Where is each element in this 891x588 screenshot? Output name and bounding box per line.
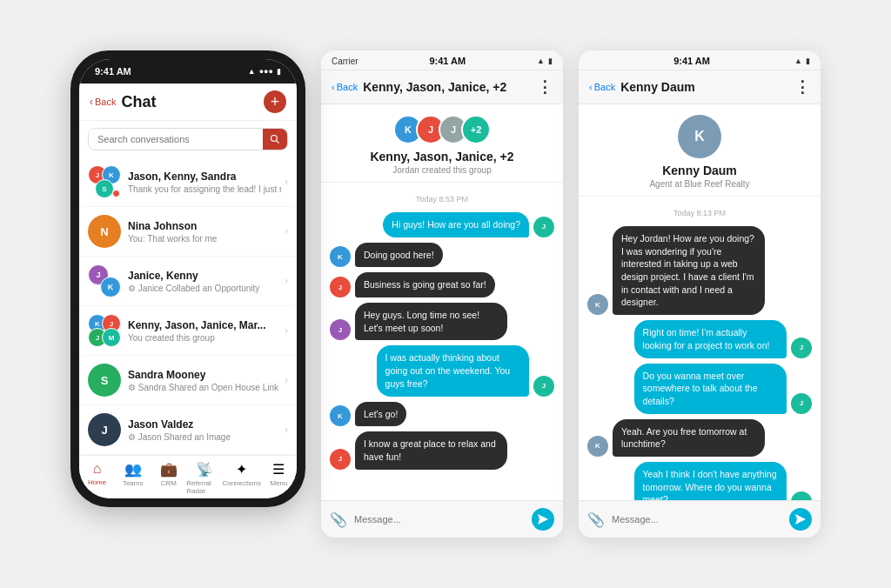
svg-line-1: [277, 141, 279, 144]
phone-notch: 9:41 AM ▲ ●●● ▮: [79, 59, 297, 84]
message-input-bar: 📎: [321, 500, 563, 538]
message-input[interactable]: [354, 514, 525, 525]
online-indicator: [112, 190, 120, 197]
avatar: J K S: [88, 165, 121, 198]
list-item[interactable]: K J J M Kenny, Jason, Janice, Mar... You…: [79, 306, 297, 356]
battery-icon: ▮: [548, 57, 553, 65]
battery-area: ▲ ▮: [537, 57, 553, 65]
conversation-content: Janice, Kenny ⚙ Janice Collabed an Oppor…: [128, 270, 281, 293]
back-label: Back: [594, 82, 615, 92]
nav-home[interactable]: ⌂ Home: [79, 461, 115, 495]
avatar: S: [88, 364, 121, 397]
nav-label: Connections: [222, 479, 260, 487]
conversation-content: Kenny, Jason, Janice, Mar... You created…: [128, 319, 281, 343]
messages-area: Today 8:13 PM K Hey Jordan! How are you …: [579, 197, 821, 500]
avatar-part: M: [102, 328, 121, 347]
send-button[interactable]: [789, 508, 812, 531]
message-input[interactable]: [612, 514, 782, 525]
message-avatar: K: [587, 436, 608, 457]
status-bar: 9:41 AM ▲ ▮: [579, 50, 821, 70]
chevron-right-icon: ›: [285, 374, 288, 386]
nav-crm[interactable]: 💼 CRM: [151, 461, 186, 495]
menu-icon: ☰: [272, 461, 285, 478]
chat-header: ‹ Back Kenny, Jason, Janice, +2 ⋮: [321, 70, 563, 104]
nav-label: Menu: [270, 479, 287, 487]
add-button[interactable]: +: [264, 90, 286, 113]
person-info: K Kenny Daum Agent at Blue Reef Realty: [579, 104, 821, 197]
avatar: N: [88, 215, 121, 248]
message-bubble: Right on time! I'm actually looking for …: [634, 320, 787, 357]
avatar: J K: [88, 264, 121, 297]
screen-time: 9:41 AM: [673, 56, 710, 66]
back-label: Back: [95, 97, 116, 107]
nav-menu[interactable]: ☰ Menu: [261, 461, 297, 495]
list-item[interactable]: J Jason Valdez ⚙ Jason Shared an Image ›: [79, 405, 297, 455]
message-bubble: Hey Jordan! How are you doing? I was won…: [613, 226, 765, 315]
list-item[interactable]: J K Janice, Kenny ⚙ Janice Collabed an O…: [79, 257, 297, 306]
chevron-right-icon: ›: [285, 225, 288, 237]
send-button[interactable]: [532, 508, 554, 531]
back-button[interactable]: ‹ Back: [332, 82, 358, 92]
conversation-preview: ⚙ Sandra Shared an Open House Link: [128, 383, 281, 392]
attach-icon[interactable]: 📎: [330, 511, 347, 528]
message-avatar: K: [330, 246, 351, 267]
back-button[interactable]: ‹ Back: [589, 82, 615, 92]
attach-icon[interactable]: 📎: [587, 511, 605, 528]
avatar-part: S: [95, 179, 114, 198]
screen-group-chat: Carrier 9:41 AM ▲ ▮ ‹ Back Kenny, Jason,…: [321, 50, 563, 538]
message-bubble: Let's go!: [355, 402, 406, 427]
message-bubble: Do you wanna meet over somewhere to talk…: [634, 364, 787, 414]
message-avatar: K: [330, 405, 351, 426]
chevron-right-icon: ›: [285, 324, 288, 337]
svg-point-0: [271, 136, 278, 142]
nav-label: CRM: [161, 479, 177, 487]
back-chevron-icon: ‹: [589, 82, 593, 92]
message-bubble: Yeah I think I don't have anything tomor…: [634, 462, 787, 500]
search-button[interactable]: [263, 129, 287, 150]
messages-area: Today 8:53 PM Hi guys! How are you all d…: [321, 183, 563, 500]
message-row: J I know a great place to relax and have…: [330, 431, 554, 469]
wifi-icon: ▲: [248, 67, 256, 76]
chat-title: Kenny Daum: [620, 80, 695, 94]
message-bubble: I was actually thinking about going out …: [377, 345, 529, 396]
message-row: J Business is going great so far!: [330, 272, 554, 297]
nav-teams[interactable]: 👥 Teams: [115, 461, 151, 495]
header-left: ‹ Back Chat: [90, 93, 156, 111]
list-item[interactable]: S Sandra Mooney ⚙ Sandra Shared an Open …: [79, 356, 297, 405]
screen-kenny-daum: 9:41 AM ▲ ▮ ‹ Back Kenny Daum ⋮ K Kenny …: [579, 50, 821, 538]
group-name: Kenny, Jason, Janice, +2: [370, 150, 513, 164]
back-button[interactable]: ‹ Back: [90, 96, 116, 108]
avatar: K J J M: [88, 314, 121, 347]
message-avatar: J: [330, 277, 351, 297]
message-avatar: J: [533, 217, 554, 237]
phone-1: 9:41 AM ▲ ●●● ▮ ‹ Back Chat +: [70, 50, 305, 507]
list-item[interactable]: N Nina Johnson You: That works for me ›: [79, 207, 297, 257]
chat-header: ‹ Back Kenny Daum ⋮: [579, 70, 821, 104]
conversation-preview: You: That works for me: [128, 234, 281, 244]
day-label: Today 8:13 PM: [587, 209, 812, 217]
message-row: J Hey guys. Long time no see! Let's meet…: [330, 303, 554, 340]
list-item[interactable]: J K S Jason, Kenny, Sandra Thank you for…: [79, 157, 297, 207]
battery-icon: ▮: [277, 67, 281, 76]
conversation-name: Kenny, Jason, Janice, Mar...: [128, 319, 281, 331]
back-label: Back: [337, 82, 358, 92]
message-bubble: Business is going great so far!: [355, 272, 495, 297]
avatar-part: K: [100, 277, 121, 297]
send-icon: [538, 514, 548, 525]
more-options-button[interactable]: ⋮: [537, 77, 553, 97]
message-bubble: I know a great place to relax and have f…: [355, 431, 507, 469]
phone-time: 9:41 AM: [95, 66, 131, 77]
crm-icon: 💼: [160, 461, 178, 478]
search-input[interactable]: [89, 129, 263, 150]
signal-icon: ●●●: [259, 67, 273, 76]
nav-referral[interactable]: 📡 Referral Radar: [186, 461, 222, 495]
home-icon: ⌂: [93, 461, 102, 477]
conversation-name: Sandra Mooney: [128, 369, 281, 381]
nav-connections[interactable]: ✦ Connections: [222, 461, 260, 495]
more-options-button[interactable]: ⋮: [794, 77, 810, 97]
message-row: Hi guys! How are you all doing? J: [330, 212, 554, 237]
group-subtitle: Jordan created this group: [392, 165, 491, 175]
conversation-content: Jason Valdez ⚙ Jason Shared an Image: [128, 418, 281, 442]
conversation-content: Nina Johnson You: That works for me: [128, 220, 281, 244]
header-left: ‹ Back Kenny, Jason, Janice, +2: [332, 80, 506, 94]
